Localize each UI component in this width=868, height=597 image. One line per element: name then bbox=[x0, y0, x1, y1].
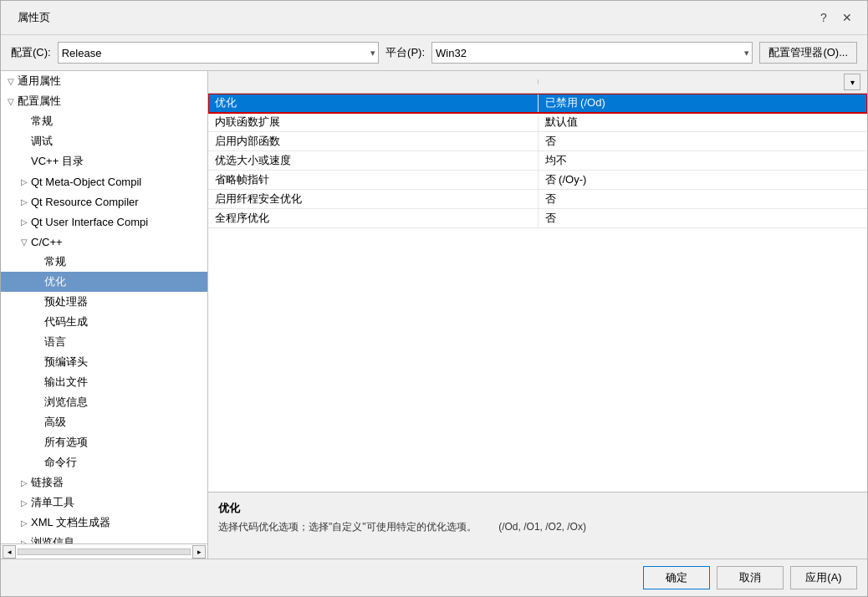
tree-item-xml-gen[interactable]: ▷XML 文档生成器 bbox=[1, 513, 207, 533]
tree-item-cpp-browse[interactable]: 浏览信息 bbox=[1, 392, 207, 412]
prop-value-6: 否 bbox=[539, 209, 868, 227]
tree-item-cpp-general[interactable]: 常规 bbox=[1, 252, 207, 272]
tree-hscrollbar: ◂ ▸ bbox=[1, 543, 207, 559]
props-col-value: ▾ bbox=[539, 71, 868, 93]
tree-label-vc-dirs: VC++ 目录 bbox=[31, 154, 84, 169]
expand-icon-linker: ▷ bbox=[18, 476, 31, 489]
tree-label-qt-ui: Qt User Interface Compi bbox=[31, 216, 148, 228]
tree-label-general: 通用属性 bbox=[18, 74, 61, 89]
prop-value-1: 默认值 bbox=[539, 113, 868, 131]
tree-item-browse-info[interactable]: ▷浏览信息 bbox=[1, 533, 207, 543]
description-panel: 优化 选择代码优化选项；选择"自定义"可使用特定的优化选项。 (/Od, /O1… bbox=[208, 492, 867, 559]
prop-value-2: 否 bbox=[539, 132, 868, 151]
config-select-wrapper: Release ▾ bbox=[58, 42, 379, 64]
prop-name-2: 启用内部函数 bbox=[208, 132, 539, 151]
tree-item-cpp-output[interactable]: 输出文件 bbox=[1, 372, 207, 392]
expand-icon-xml-gen: ▷ bbox=[18, 516, 31, 529]
tree-label-browse-info: 浏览信息 bbox=[31, 535, 74, 543]
tree-label-cpp-preproc: 预处理器 bbox=[44, 294, 88, 309]
expand-icon-general: ▽ bbox=[4, 74, 18, 88]
prop-row-5[interactable]: 启用纤程安全优化否 bbox=[208, 190, 867, 209]
tree-label-cpp-pch: 预编译头 bbox=[44, 355, 88, 370]
tree-scroll-right[interactable]: ▸ bbox=[192, 545, 206, 559]
config-bar: 配置(C): Release ▾ 平台(P): Win32 ▾ 配置管理器(O)… bbox=[1, 35, 867, 70]
tree-label-debug: 调试 bbox=[31, 134, 53, 149]
props-panel: ▾ 优化已禁用 (/Od)内联函数扩展默认值启用内部函数否优选大小或速度均不省略… bbox=[208, 71, 867, 559]
tree-item-qt-ui[interactable]: ▷Qt User Interface Compi bbox=[1, 212, 207, 232]
tree-label-cpp-browse: 浏览信息 bbox=[44, 395, 88, 410]
tree-label-cpp-all: 所有选项 bbox=[44, 435, 88, 450]
tree-item-general[interactable]: ▽通用属性 bbox=[1, 71, 207, 91]
prop-row-3[interactable]: 优选大小或速度均不 bbox=[208, 151, 867, 171]
tree-item-cpp-cmd[interactable]: 命令行 bbox=[1, 452, 207, 472]
tree-item-qt-resource[interactable]: ▷Qt Resource Compiler bbox=[1, 191, 207, 212]
tree-label-config-props: 配置属性 bbox=[18, 94, 61, 109]
tree-scroll-track[interactable] bbox=[18, 549, 191, 555]
cancel-button[interactable]: 取消 bbox=[717, 566, 784, 589]
tree-item-general2[interactable]: 常规 bbox=[1, 111, 207, 131]
expand-icon-browse-info: ▷ bbox=[18, 536, 31, 543]
tree-label-xml-gen: XML 文档生成器 bbox=[31, 515, 110, 530]
prop-row-1[interactable]: 内联函数扩展默认值 bbox=[208, 113, 867, 132]
tree-label-cpp: C/C++ bbox=[31, 236, 63, 248]
prop-row-4[interactable]: 省略帧指针否 (/Oy-) bbox=[208, 171, 867, 190]
platform-label: 平台(P): bbox=[385, 45, 425, 60]
tree-item-qt-meta[interactable]: ▷Qt Meta-Object Compil bbox=[1, 171, 207, 191]
tree-item-clean[interactable]: ▷清单工具 bbox=[1, 492, 207, 513]
props-scroll-btn[interactable]: ▾ bbox=[844, 74, 860, 90]
expand-icon-qt-ui: ▷ bbox=[18, 215, 31, 228]
title-bar: 属性页 ? ✕ bbox=[1, 1, 867, 35]
help-button[interactable]: ? bbox=[814, 8, 834, 28]
tree-label-cpp-output: 输出文件 bbox=[44, 375, 88, 390]
prop-row-0[interactable]: 优化已禁用 (/Od) bbox=[208, 94, 867, 113]
desc-text: 选择代码优化选项；选择"自定义"可使用特定的优化选项。 (/Od, /O1, /… bbox=[218, 519, 857, 534]
platform-select-wrapper: Win32 ▾ bbox=[431, 42, 753, 64]
close-button[interactable]: ✕ bbox=[837, 8, 857, 28]
dialog-title: 属性页 bbox=[18, 10, 50, 25]
expand-icon-config-props: ▽ bbox=[4, 94, 18, 108]
tree-item-linker[interactable]: ▷链接器 bbox=[1, 472, 207, 492]
tree-panel: ▽通用属性▽配置属性常规调试VC++ 目录▷Qt Meta-Object Com… bbox=[1, 71, 208, 559]
prop-name-3: 优选大小或速度 bbox=[208, 151, 539, 170]
prop-value-4: 否 (/Oy-) bbox=[539, 171, 868, 189]
tree-item-config-props[interactable]: ▽配置属性 bbox=[1, 91, 207, 111]
prop-name-1: 内联函数扩展 bbox=[208, 113, 539, 131]
props-table: 优化已禁用 (/Od)内联函数扩展默认值启用内部函数否优选大小或速度均不省略帧指… bbox=[208, 94, 867, 492]
tree-label-cpp-codegen: 代码生成 bbox=[44, 314, 88, 329]
props-header-bar: ▾ bbox=[208, 71, 867, 94]
prop-value-0: 已禁用 (/Od) bbox=[539, 94, 868, 112]
expand-icon-cpp: ▽ bbox=[18, 235, 31, 248]
prop-name-4: 省略帧指针 bbox=[208, 171, 539, 189]
tree-label-cpp-lang: 语言 bbox=[44, 334, 66, 350]
desc-title: 优化 bbox=[218, 501, 857, 516]
props-col-name bbox=[208, 79, 539, 84]
expand-icon-qt-resource: ▷ bbox=[18, 195, 31, 208]
tree-item-cpp-codegen[interactable]: 代码生成 bbox=[1, 312, 207, 332]
tree-item-vc-dirs[interactable]: VC++ 目录 bbox=[1, 151, 207, 171]
prop-row-6[interactable]: 全程序优化否 bbox=[208, 209, 867, 228]
tree-label-cpp-general: 常规 bbox=[44, 254, 66, 269]
tree-item-cpp-all[interactable]: 所有选项 bbox=[1, 432, 207, 452]
config-select[interactable]: Release bbox=[58, 42, 379, 64]
config-manager-button[interactable]: 配置管理器(O)... bbox=[759, 42, 857, 64]
apply-button[interactable]: 应用(A) bbox=[790, 566, 857, 589]
prop-name-6: 全程序优化 bbox=[208, 209, 539, 227]
tree-item-cpp-preproc[interactable]: 预处理器 bbox=[1, 292, 207, 312]
platform-select[interactable]: Win32 bbox=[431, 42, 753, 64]
prop-value-3: 均不 bbox=[539, 151, 868, 170]
prop-name-0: 优化 bbox=[208, 94, 539, 112]
tree-item-debug[interactable]: 调试 bbox=[1, 131, 207, 151]
config-label: 配置(C): bbox=[11, 45, 51, 60]
desc-main-text: 选择代码优化选项；选择"自定义"可使用特定的优化选项。 bbox=[218, 521, 477, 533]
tree-item-cpp[interactable]: ▽C/C++ bbox=[1, 232, 207, 252]
tree-label-qt-meta: Qt Meta-Object Compil bbox=[31, 176, 141, 188]
bottom-bar: 确定 取消 应用(A) bbox=[1, 559, 867, 596]
tree-scroll-left[interactable]: ◂ bbox=[3, 545, 16, 559]
tree-item-cpp-pch[interactable]: 预编译头 bbox=[1, 352, 207, 372]
main-content: ▽通用属性▽配置属性常规调试VC++ 目录▷Qt Meta-Object Com… bbox=[1, 70, 867, 559]
tree-item-cpp-lang[interactable]: 语言 bbox=[1, 332, 207, 352]
ok-button[interactable]: 确定 bbox=[643, 566, 710, 589]
tree-item-cpp-opt[interactable]: 优化 bbox=[1, 272, 207, 292]
prop-row-2[interactable]: 启用内部函数否 bbox=[208, 132, 867, 151]
tree-item-cpp-advanced[interactable]: 高级 bbox=[1, 412, 207, 432]
